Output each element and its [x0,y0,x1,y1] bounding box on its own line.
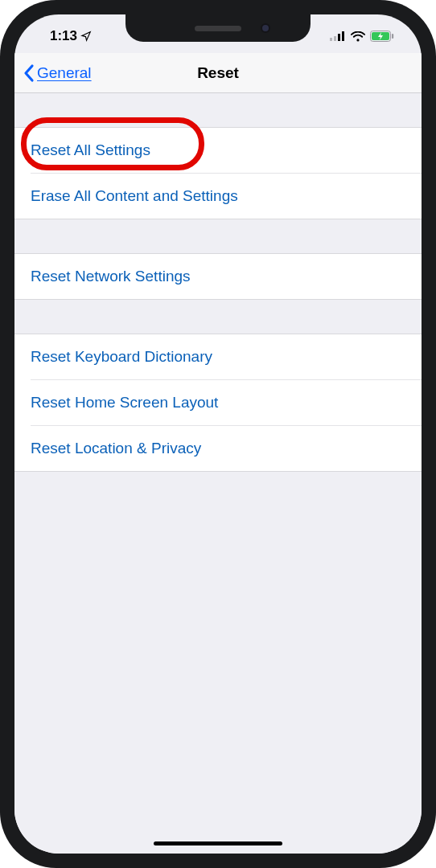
cellular-signal-icon [330,31,346,41]
back-button[interactable]: General [23,53,92,92]
section-gap [14,93,422,127]
svg-rect-3 [342,31,344,41]
row-label: Reset Keyboard Dictionary [31,348,212,366]
row-label: Reset Location & Privacy [31,440,201,457]
status-time: 1:13 [50,28,77,44]
home-indicator[interactable] [154,841,282,845]
front-camera [261,23,270,33]
settings-group: Reset Keyboard Dictionary Reset Home Scr… [14,334,422,472]
reset-keyboard-dictionary-row[interactable]: Reset Keyboard Dictionary [14,334,422,379]
reset-location-privacy-row[interactable]: Reset Location & Privacy [14,426,422,471]
location-arrow-icon [80,31,92,42]
device-frame: 1:13 [0,0,436,868]
section-gap [14,300,422,334]
settings-group: Reset Network Settings [14,253,422,300]
content-area: Reset All Settings Erase All Content and… [14,93,422,854]
section-gap [14,219,422,253]
back-label: General [37,64,92,82]
screen: 1:13 [14,14,422,854]
nav-bar: General Reset [14,53,422,93]
svg-rect-1 [334,36,336,41]
svg-rect-2 [338,34,340,41]
reset-home-screen-layout-row[interactable]: Reset Home Screen Layout [14,380,422,425]
status-right [330,26,399,42]
chevron-left-icon [23,63,35,83]
row-label: Reset Network Settings [31,268,191,285]
row-label: Reset Home Screen Layout [31,394,218,411]
nav-title: Reset [197,64,239,82]
svg-rect-0 [330,38,332,41]
reset-network-settings-row[interactable]: Reset Network Settings [14,254,422,299]
svg-rect-5 [392,34,393,39]
erase-all-content-row[interactable]: Erase All Content and Settings [14,174,422,219]
battery-charging-icon [370,31,394,42]
status-left: 1:13 [37,23,92,44]
row-label: Erase All Content and Settings [31,187,238,205]
notch [125,14,311,42]
row-label: Reset All Settings [31,141,150,159]
settings-group: Reset All Settings Erase All Content and… [14,127,422,219]
speaker-grille [195,26,241,31]
wifi-icon [351,31,365,42]
reset-all-settings-row[interactable]: Reset All Settings [14,128,422,173]
